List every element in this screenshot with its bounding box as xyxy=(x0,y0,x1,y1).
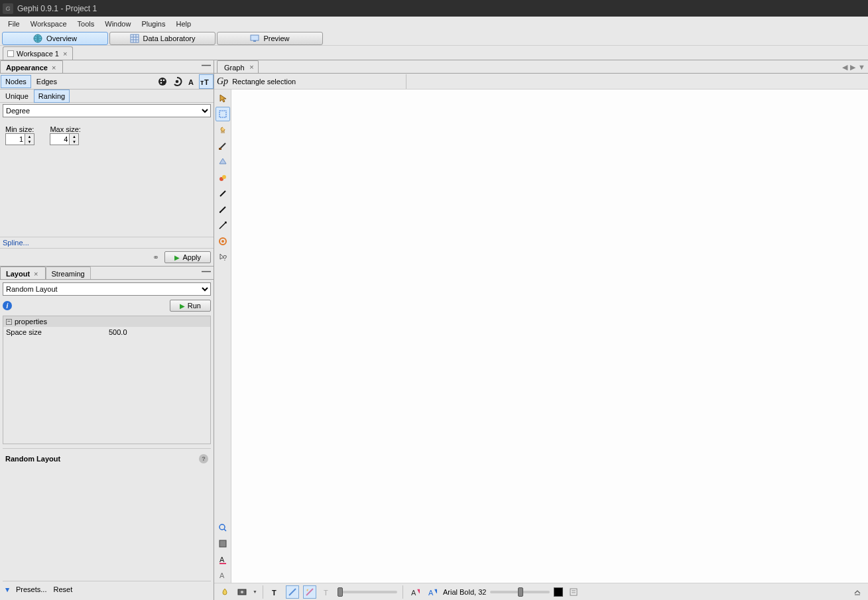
ranking-attribute-select[interactable]: Degree xyxy=(3,104,211,117)
property-row[interactable]: Space size 500.0 xyxy=(3,327,210,337)
graph-toolbar: ? A A xyxy=(214,90,231,583)
graph-canvas[interactable] xyxy=(231,90,868,583)
svg-marker-22 xyxy=(219,158,226,164)
svg-point-38 xyxy=(241,591,243,593)
sizer-tool-icon[interactable] xyxy=(216,154,230,169)
appearance-edges-tab[interactable]: Edges xyxy=(32,75,62,88)
dropdown-icon[interactable]: ▼ xyxy=(253,589,257,594)
min-size-input[interactable] xyxy=(5,133,25,145)
menu-window[interactable]: Window xyxy=(99,19,136,29)
max-size-input[interactable] xyxy=(50,133,70,145)
spline-link[interactable]: Spline... xyxy=(3,239,29,247)
tab-next-icon[interactable]: ▶ xyxy=(850,63,855,72)
expand-icon[interactable]: ▶ xyxy=(5,587,11,591)
collapse-icon[interactable]: − xyxy=(6,319,12,325)
svg-point-10 xyxy=(163,79,165,81)
shortest-path-tool-icon[interactable] xyxy=(216,218,230,233)
brush-tool-icon[interactable] xyxy=(216,139,230,153)
apply-button[interactable]: ▶ Apply xyxy=(164,251,211,263)
perspective-datalab[interactable]: Data Laboratory xyxy=(109,32,216,45)
svg-rect-33 xyxy=(219,540,226,547)
layout-algorithm-select[interactable]: Random Layout xyxy=(3,282,211,296)
layout-tab-label: Layout xyxy=(6,270,30,278)
svg-text:▼: ▼ xyxy=(433,587,437,595)
titlebar: G Gephi 0.9.1 - Project 1 xyxy=(0,0,868,17)
close-icon[interactable]: × xyxy=(62,50,68,58)
run-button[interactable]: ▶ Run xyxy=(170,300,211,312)
minimize-icon[interactable]: — xyxy=(202,268,211,274)
font-label[interactable]: Arial Bold, 32 xyxy=(443,588,486,596)
appearance-ranking-tab[interactable]: Ranking xyxy=(34,90,70,103)
minimize-icon[interactable]: — xyxy=(202,62,211,68)
reset-label-color-icon[interactable]: A xyxy=(216,552,230,567)
appearance-unique-tab[interactable]: Unique xyxy=(1,90,33,103)
close-icon[interactable]: × xyxy=(32,270,39,278)
size-spiral-icon[interactable] xyxy=(170,74,184,89)
show-edges-icon[interactable] xyxy=(286,585,299,599)
appearance-nodes-tab[interactable]: Nodes xyxy=(1,75,31,88)
layout-tab[interactable]: Layout × xyxy=(0,267,46,279)
perspective-preview[interactable]: Preview xyxy=(217,32,323,45)
pencil-edge-tool-icon[interactable] xyxy=(216,202,230,217)
chain-icon[interactable]: ⚭ xyxy=(153,253,159,262)
tool-hint-label: Rectangle selection xyxy=(232,78,296,86)
reset-colors-icon[interactable] xyxy=(216,536,230,551)
svg-point-9 xyxy=(160,79,162,81)
reset-label-size-icon[interactable]: A xyxy=(216,568,230,583)
label-color-mode-icon[interactable]: A▼ xyxy=(426,585,439,599)
heatmap-tool-icon[interactable] xyxy=(216,234,230,249)
drag-tool-icon[interactable] xyxy=(216,123,230,137)
center-graph-icon[interactable] xyxy=(216,520,230,535)
label-size-icon[interactable]: тT xyxy=(199,74,214,89)
svg-text:A: A xyxy=(188,78,194,86)
min-size-spinner[interactable]: ▲▼ xyxy=(25,133,34,145)
properties-header[interactable]: − properties xyxy=(3,316,210,327)
menu-plugins[interactable]: Plugins xyxy=(136,19,170,29)
menu-workspace[interactable]: Workspace xyxy=(25,19,72,29)
svg-point-31 xyxy=(219,524,225,530)
workspace-tab[interactable]: Workspace 1 × xyxy=(3,46,73,60)
menu-tools[interactable]: Tools xyxy=(72,19,100,29)
graph-tab-label: Graph xyxy=(224,64,245,72)
label-color-icon[interactable]: A xyxy=(184,74,199,89)
streaming-tab-label: Streaming xyxy=(52,270,85,278)
edge-source-color-icon[interactable] xyxy=(303,585,316,599)
help-icon[interactable]: ? xyxy=(199,454,208,463)
show-node-labels-icon[interactable]: T xyxy=(269,585,282,599)
tab-menu-icon[interactable]: ▼ xyxy=(858,63,865,71)
menubar: File Workspace Tools Window Plugins Help xyxy=(0,17,868,31)
expand-toolbar-icon[interactable] xyxy=(851,585,864,599)
palette-icon[interactable] xyxy=(155,74,170,89)
properties-header-label: properties xyxy=(15,318,47,326)
presets-link[interactable]: Presets... xyxy=(16,585,46,593)
info-icon[interactable]: i xyxy=(3,301,12,310)
menu-help[interactable]: Help xyxy=(170,19,196,29)
whatis-tool-icon[interactable]: ? xyxy=(216,250,230,265)
edge-weight-slider[interactable] xyxy=(338,591,397,593)
label-size-slider[interactable] xyxy=(490,591,550,593)
rectangle-select-tool-icon[interactable] xyxy=(216,107,230,121)
graph-tab[interactable]: Graph × xyxy=(217,60,259,73)
svg-rect-7 xyxy=(253,40,256,42)
perspective-overview[interactable]: Overview xyxy=(2,32,108,45)
reset-link[interactable]: Reset xyxy=(53,585,72,593)
pointer-tool-icon[interactable] xyxy=(216,91,230,105)
pencil-node-tool-icon[interactable] xyxy=(216,186,230,201)
edit-color-tool-icon[interactable] xyxy=(216,170,230,185)
menu-file[interactable]: File xyxy=(3,19,25,29)
property-value[interactable]: 500.0 xyxy=(106,327,130,337)
streaming-tab[interactable]: Streaming xyxy=(46,267,91,279)
graph-bottom-toolbar: ▼ T T A▼ A▼ Arial Bold, 32 xyxy=(214,583,868,600)
appearance-tab[interactable]: Appearance × xyxy=(0,60,63,73)
background-color-icon[interactable] xyxy=(218,585,231,599)
svg-rect-1 xyxy=(131,34,139,42)
close-icon[interactable]: × xyxy=(50,64,57,72)
attributes-config-icon[interactable] xyxy=(567,585,580,599)
close-icon[interactable]: × xyxy=(248,63,255,71)
default-color-swatch[interactable] xyxy=(554,587,563,597)
screenshot-icon[interactable] xyxy=(235,585,249,599)
tab-prev-icon[interactable]: ◀ xyxy=(842,63,847,72)
max-size-spinner[interactable]: ▲▼ xyxy=(70,133,79,145)
show-edge-labels-icon[interactable]: T xyxy=(320,585,334,599)
label-size-mode-icon[interactable]: A▼ xyxy=(408,585,422,599)
